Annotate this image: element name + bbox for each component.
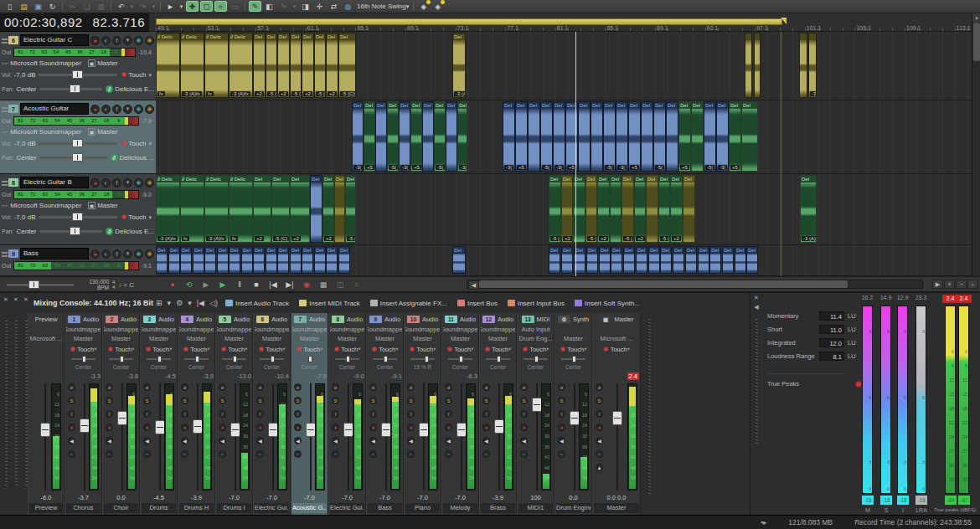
strip-output[interactable]: Master — [262, 335, 281, 342]
strip-fader-track[interactable] — [159, 383, 161, 490]
loop-end-marker[interactable] — [781, 18, 787, 24]
audio-clip[interactable]: Del+5 — [515, 101, 528, 172]
vertical-scroll-thumb[interactable] — [973, 23, 980, 61]
audio-clip[interactable]: Del+2 — [597, 175, 610, 243]
strip-automation-mode[interactable]: Touch — [190, 346, 207, 353]
strip-fader-thumb[interactable] — [155, 420, 165, 434]
input-echo-icon[interactable]: ◀ — [219, 437, 226, 444]
strip-output[interactable]: Master — [451, 335, 470, 342]
track-name-field[interactable]: Electric Guitar B — [20, 177, 89, 188]
strip-volume-value[interactable]: 0.0 0.0 — [607, 494, 627, 501]
strip-automation-mode[interactable]: Touch — [228, 346, 245, 353]
audio-clip[interactable]: Del-5( — [704, 101, 716, 172]
strip-input[interactable]: Soundmapper — [255, 326, 289, 333]
timeline-ruler[interactable]: 49.153.157.161.165.169.173.177.181.185.1… — [149, 13, 972, 32]
mixer-strip-piano[interactable]: 10AudioSoundmapperMaster✱Touch ▾15 % RøS… — [404, 313, 441, 515]
wave-preview-icon[interactable]: ≈ — [294, 450, 302, 458]
record-arm-icon[interactable]: ● — [407, 424, 415, 431]
record-arm-icon[interactable]: ● — [181, 424, 188, 431]
interleave-icon[interactable]: S — [482, 397, 490, 404]
lasso-tool-icon[interactable]: ◻ — [200, 1, 213, 12]
strip-input[interactable]: Soundmapper — [443, 326, 477, 333]
open-project-icon[interactable]: ▤ — [18, 1, 30, 12]
automation-mode[interactable]: Touch — [128, 213, 146, 221]
wave-preview-icon[interactable]: ≈ — [219, 450, 226, 458]
mixer-strip-melody[interactable]: 11AudioSoundmapperMaster✱Touch ▾Center-6… — [441, 313, 479, 515]
strip-volume-value[interactable]: -4.5 — [153, 494, 164, 501]
mixer-strip-electric-gui-[interactable]: 8AudioSoundmapperMaster✱Touch ▾Center-9.… — [328, 313, 366, 515]
zoom-out-button[interactable]: − — [956, 280, 967, 289]
fx-bypass-icon[interactable]: f — [482, 410, 490, 418]
strip-automation-mode[interactable]: Touch — [379, 346, 395, 353]
audio-clip[interactable]: Del — [691, 101, 704, 172]
strip-fader-thumb[interactable] — [268, 423, 278, 437]
fx-bypass-icon[interactable]: f — [445, 410, 452, 418]
audio-clip[interactable]: ∂ Delicfx — [229, 175, 253, 243]
strip-pan-thumb[interactable] — [195, 356, 199, 362]
smart-tool-icon[interactable]: ✚ — [186, 1, 199, 12]
narrow-strips-icon[interactable]: |◀ — [197, 299, 204, 307]
audio-clip[interactable]: Del-5 (C) — [271, 175, 290, 243]
record-automation-button[interactable]: ◉ — [299, 279, 314, 290]
input-echo-icon[interactable]: ◀ — [68, 437, 75, 444]
audio-clip[interactable]: Del-5( — [387, 101, 399, 172]
strip-input[interactable]: Soundmapper — [217, 326, 251, 333]
track-grip-icon[interactable]: ▬▬ — [2, 179, 8, 186]
track-header-2[interactable]: ▬▬7Acoustic Guitar●◐f▾◉◉Out8172635445362… — [0, 100, 156, 174]
strip-fader-thumb[interactable] — [381, 423, 391, 437]
input-echo-icon[interactable]: ◀ — [596, 437, 603, 444]
fx-bypass-icon[interactable]: f — [558, 410, 565, 418]
strip-name-label[interactable]: Acoustic G... — [292, 503, 327, 513]
audio-clip[interactable]: Del — [660, 246, 672, 274]
pan-value[interactable]: Center — [16, 228, 36, 235]
fx-bypass-icon[interactable]: f — [181, 410, 188, 418]
strip-name-label[interactable]: Piano — [405, 503, 440, 513]
strip-fader-track[interactable] — [84, 383, 85, 490]
wave-preview-icon[interactable]: ≈ — [143, 450, 151, 458]
audio-clip[interactable]: Del — [302, 246, 313, 274]
strip-fader-track[interactable] — [272, 383, 274, 490]
strip-fader-thumb[interactable] — [343, 423, 353, 437]
strip-name-label[interactable]: MIDI1 — [518, 503, 553, 513]
zoom-in-button[interactable]: + — [944, 280, 955, 289]
stop-button[interactable]: ■ — [249, 279, 264, 290]
fx-bypass-icon[interactable]: f — [520, 410, 528, 418]
audio-clip[interactable]: Del-5 (C)fx — [266, 33, 277, 98]
audio-clip[interactable]: Del-3( — [352, 101, 364, 172]
strip-fader-thumb[interactable] — [612, 411, 622, 425]
strip-output[interactable]: Microsoft ... — [30, 335, 63, 342]
strip-output[interactable]: Master — [564, 335, 583, 342]
audio-clip[interactable]: Del — [310, 175, 322, 243]
audio-clip[interactable]: Del — [561, 246, 573, 274]
audio-clip[interactable]: Del — [193, 246, 204, 274]
scroll-up-icon[interactable]: ▲ — [972, 13, 980, 22]
strip-fader-track[interactable] — [423, 383, 425, 490]
input-echo-button[interactable]: ◉ — [134, 249, 143, 259]
phase-icon[interactable]: ø — [558, 383, 565, 391]
fx-bypass-icon[interactable]: f — [68, 410, 75, 418]
audio-clip[interactable]: Del — [452, 246, 466, 274]
audio-clip[interactable]: Del — [253, 246, 265, 274]
strip-name-label[interactable]: Drums — [142, 503, 176, 513]
freeze-button[interactable]: ◉ — [145, 249, 154, 259]
audio-clip[interactable]: Del — [338, 246, 350, 274]
audio-clip[interactable]: Del+5 — [729, 101, 741, 172]
audio-clip[interactable]: Del — [646, 175, 658, 243]
strip-automation-mode[interactable]: Touch — [266, 346, 282, 353]
interleave-icon[interactable]: S — [181, 397, 188, 404]
strip-output[interactable]: Master — [224, 335, 244, 342]
audio-clip[interactable]: Del-3( — [716, 101, 729, 172]
strip-name-label[interactable]: Bass — [368, 503, 402, 513]
vol-value[interactable]: -7,0 dB — [14, 213, 36, 221]
strip-output[interactable]: Master — [413, 335, 432, 342]
track-lane-2[interactable]: Del-3(Del+5DelDel-5(Del-3(Del+5DelDel-5(… — [156, 100, 972, 174]
redo-caret-icon[interactable]: ▾ — [151, 1, 157, 12]
dock-close-icon[interactable]: ✕ — [12, 296, 20, 303]
phase-icon[interactable]: ø — [369, 383, 377, 391]
pause-button[interactable]: ‖ — [232, 279, 247, 290]
strip-name-label[interactable]: Preview — [29, 503, 63, 513]
audio-clip[interactable] — [799, 33, 807, 98]
record-arm-icon[interactable]: ● — [596, 424, 603, 431]
audio-clip[interactable]: Del — [685, 246, 697, 274]
strip-pan-thumb[interactable] — [572, 356, 576, 362]
